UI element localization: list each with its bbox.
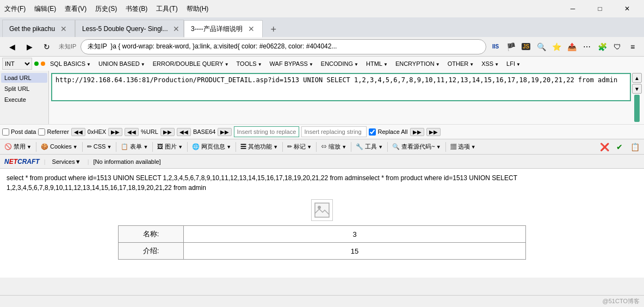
execute-button[interactable]: Execute [1,95,47,105]
tab-product[interactable]: 3----产品详细说明 ✕ [184,20,263,38]
tab-pikachu-close[interactable]: ✕ [59,24,68,33]
close-button[interactable]: ✕ [615,0,640,17]
menu-view[interactable]: 查看(V) [65,4,86,14]
netcraft-separator2: | [88,158,89,165]
encoding-menu[interactable]: ENCODING [318,59,361,68]
toolbar-pageinfo[interactable]: 🌐 网页信息▼ [190,142,233,151]
iis-button[interactable]: IIS [488,40,503,54]
menu-bar[interactable]: 文件(F) 编辑(E) 查看(V) 历史(S) 书签(B) 工具(T) 帮助(H… [4,4,208,14]
replace-all-checkbox-label[interactable]: Replace All [369,128,407,136]
int-select[interactable]: INT [2,58,32,70]
options-button[interactable]: ⋯ [580,40,594,54]
split-url-button[interactable]: Split URL [1,84,47,94]
js-button[interactable]: JS [519,40,533,54]
toolbar-sep-6 [236,142,236,152]
shield-icon-button[interactable]: 🛡 [610,40,624,54]
replace-left-arrow[interactable]: ▶▶ [410,128,424,136]
load-url-button[interactable]: Load URL [1,73,47,83]
toolbar-mark[interactable]: ✏ 标记▼ [285,142,314,151]
menu-button[interactable]: ≡ [626,40,640,54]
tab-product-close[interactable]: ✕ [247,24,256,33]
html-menu[interactable]: HTML [363,59,391,68]
toolbar-disable[interactable]: 🚫 禁用▼ [2,142,34,151]
toolbar-error-icon[interactable]: ❌ [597,140,611,154]
services-menu[interactable]: Services▼ [50,158,83,165]
status-bar: @51CTO博客 [0,295,644,307]
sql-basics-menu[interactable]: SQL BASICS [47,59,94,68]
toolbar-viewsource[interactable]: 🔍 查看源代码~▼ [390,142,443,151]
menu-tools[interactable]: 工具(T) [156,4,177,14]
insert-replacing-input[interactable] [301,126,367,137]
toolbar-images[interactable]: 🖼 图片▼ [155,142,185,151]
base64-right-arrow[interactable]: ▶▶ [218,128,232,136]
encryption-menu[interactable]: ENCRYPTION [393,59,443,68]
post-data-checkbox[interactable] [2,128,9,136]
tab-bar: Get the pikachu ✕ Less-5 Double Query- S… [0,17,644,37]
url-side-up-button[interactable]: ▲ [632,73,642,83]
url-area: http://192.168.64.136:81/Production/PROD… [49,71,644,124]
hackbar-left-sidebar: Load URL Split URL Execute [0,71,49,124]
referrer-checkbox[interactable] [38,128,45,136]
toolbar-options[interactable]: ▦ 选项▼ [448,142,478,151]
replace-all-checkbox[interactable] [369,128,376,136]
address-input[interactable] [81,39,486,54]
forward-button[interactable]: ▶ [22,39,37,54]
share-button[interactable]: 📤 [565,40,579,54]
content-area[interactable]: select * from product where id=1513 UNIO… [0,169,644,278]
back-button[interactable]: ◀ [4,39,20,54]
field-intro-value-cell: 15 [184,243,526,260]
toolbar-forms[interactable]: 📋 表单▼ [119,142,150,151]
toolbar-sep-1 [36,142,36,152]
toolbar-check-icon[interactable]: ✔ [612,140,627,154]
union-based-menu[interactable]: UNION BASED [96,59,148,68]
flag-icon-button[interactable]: 🏴 [504,40,518,54]
menu-history[interactable]: 历史(S) [95,4,117,14]
base64-left-arrow[interactable]: ◀◀ [177,128,191,136]
netcraft-separator: | [44,158,46,165]
field-name-cell: 名称: [119,226,184,243]
tab-less5[interactable]: Less-5 Double Query- Singl... ✕ [75,20,184,37]
post-data-checkbox-label[interactable]: Post data [2,128,36,136]
no-info-label: [No information available] [93,158,160,165]
svg-rect-0 [315,203,329,217]
hex-right-arrow[interactable]: ▶▶ [108,128,122,136]
insert-string-input[interactable] [234,126,299,137]
toolbar-tools[interactable]: 🔧 工具▼ [354,142,385,151]
menu-edit[interactable]: 编辑(E) [34,4,56,14]
maximize-button[interactable]: □ [587,0,612,17]
toolbar-sep-11 [445,142,446,152]
toolbar-zoom[interactable]: ⇔ 缩放▼ [319,142,349,151]
waf-bypass-menu[interactable]: WAF BYPASS [267,59,316,68]
tab-pikachu[interactable]: Get the pikachu ✕ [2,20,75,37]
toolbar-clipboard-icon[interactable]: 📋 [628,140,642,154]
url-left-arrow[interactable]: ◀◀ [125,128,139,136]
other-menu[interactable]: OTHER [445,59,476,68]
url-right-arrow[interactable]: ▶▶ [160,128,175,136]
toolbar-css[interactable]: ✏ CSS▼ [85,143,114,151]
error-double-query-menu[interactable]: ERROR/DOUBLE QUERY [150,59,232,68]
referrer-checkbox-label[interactable]: Referrer [38,128,69,136]
addon-button[interactable]: 🧩 [595,40,609,54]
new-tab-button[interactable]: + [265,22,282,37]
query-text: select * from product where id=1513 UNIO… [7,173,637,193]
reload-button[interactable]: ↻ [39,39,54,54]
xss-menu[interactable]: XSS [479,59,501,68]
product-image-placeholder [311,199,333,221]
url-textarea[interactable]: http://192.168.64.136:81/Production/PROD… [51,73,631,101]
star-button[interactable]: ⭐ [549,40,564,54]
minimize-button[interactable]: ─ [560,0,585,17]
menu-bookmarks[interactable]: 书签(B) [126,4,147,14]
tools-menu[interactable]: TOOLS [234,59,265,68]
hex-left-arrow[interactable]: ◀◀ [71,128,85,136]
toolbar-other[interactable]: ☰ 其他功能▼ [238,142,280,151]
replace-right-arrow[interactable]: ▶▶ [426,128,441,136]
window-controls[interactable]: ─ □ ✕ [560,0,640,17]
table-row: 名称: 3 [119,226,526,243]
search-icon-button[interactable]: 🔍 [534,40,548,54]
menu-help[interactable]: 帮助(H) [187,4,209,14]
tab-less5-close[interactable]: ✕ [172,24,181,33]
menu-file[interactable]: 文件(F) [4,4,26,14]
toolbar-cookies[interactable]: 🍪 Cookies▼ [39,143,80,151]
url-side-down-button[interactable]: ▼ [632,84,642,94]
lfi-menu[interactable]: LFI [504,59,523,68]
